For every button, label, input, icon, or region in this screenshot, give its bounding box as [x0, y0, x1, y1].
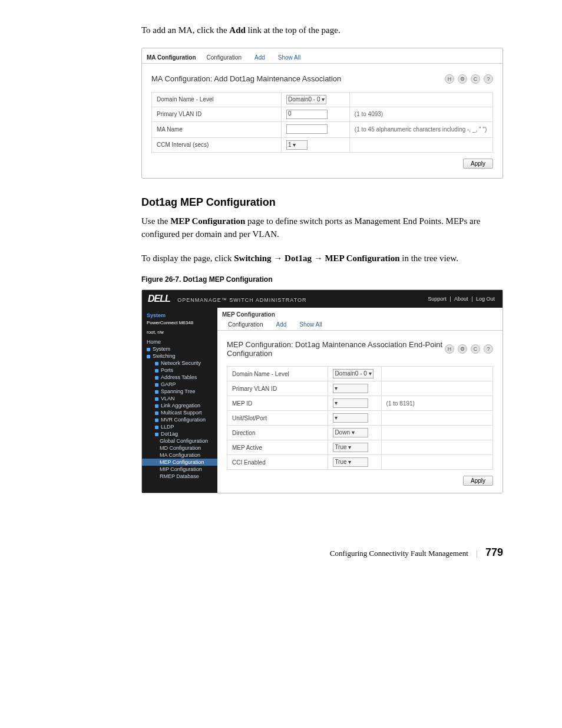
- sidebar-item[interactable]: Link Aggregation: [142, 402, 217, 409]
- save-icon[interactable]: H: [445, 344, 454, 354]
- sidebar-item[interactable]: Multicast Support: [142, 409, 217, 416]
- main-panel: MEP Configuration Configuration Add Show…: [217, 308, 503, 493]
- sidebar-item[interactable]: VLAN: [142, 395, 217, 402]
- tab-show-all[interactable]: Show All: [293, 319, 328, 330]
- app-header: DELL OPENMANAGE™ SWITCH ADMINISTRATOR Su…: [142, 290, 503, 308]
- help-icon[interactable]: ?: [484, 74, 493, 84]
- link-about[interactable]: About: [454, 296, 468, 302]
- table-row: Primary VLAN ID 0 (1 to 4093): [152, 107, 493, 121]
- field-hint: [381, 455, 492, 470]
- footer-text: Configuring Connectivity Fault Managemen…: [330, 549, 468, 558]
- section-heading: Dot1ag MEP Configuration: [141, 196, 503, 209]
- app-body: System PowerConnect M6348 root, r/w Home…: [142, 308, 503, 493]
- sidebar-item[interactable]: Global Configuration: [142, 437, 217, 444]
- main-panel-title: MEP Configuration: [222, 311, 498, 318]
- page-number: 779: [485, 546, 503, 558]
- sidebar-item[interactable]: Network Security: [142, 360, 217, 367]
- apply-button[interactable]: Apply: [463, 159, 493, 169]
- domain-level-select[interactable]: Domain0 - 0 ▾: [286, 95, 326, 104]
- field-label: MEP ID: [227, 396, 328, 411]
- sidebar-item[interactable]: Switching: [142, 353, 217, 360]
- field-select[interactable]: Domain0 - 0 ▾: [333, 369, 373, 378]
- panel-title: MA Configuration: [147, 54, 196, 63]
- sidebar-item[interactable]: Spanning Tree: [142, 388, 217, 395]
- field-select[interactable]: ▾: [333, 413, 368, 423]
- main-body: MEP Configuration: Dot1ag Maintenance As…: [217, 331, 503, 493]
- intro-paragraph: To add an MA, click the Add link at the …: [141, 24, 503, 37]
- panel-body: MA Configuration: Add Dot1ag Maintenance…: [142, 64, 503, 178]
- main-tab-bar: MEP Configuration Configuration Add Show…: [217, 308, 503, 331]
- screenshot-mep-config: DELL OPENMANAGE™ SWITCH ADMINISTRATOR Su…: [141, 289, 503, 493]
- refresh-icon[interactable]: C: [471, 344, 480, 354]
- table-row: DirectionDown ▾: [227, 426, 493, 440]
- table-row: Unit/Slot/Port▾: [227, 411, 493, 426]
- apply-button[interactable]: Apply: [463, 476, 493, 486]
- table-row: CCI EnabledTrue ▾: [227, 455, 493, 470]
- field-label: Primary VLAN ID: [152, 107, 282, 121]
- sidebar: System PowerConnect M6348 root, r/w Home…: [142, 308, 217, 493]
- ma-name-input[interactable]: [286, 124, 328, 134]
- sidebar-item[interactable]: RMEP Database: [142, 473, 217, 480]
- sidebar-item[interactable]: System: [142, 345, 217, 353]
- table-row: MA Name (1 to 45 alphanumeric characters…: [152, 121, 493, 137]
- section-p1: Use the MEP Configuration page to define…: [141, 215, 503, 241]
- table-row: Domain Name - LevelDomain0 - 0 ▾: [227, 367, 493, 381]
- sidebar-item[interactable]: GARP: [142, 381, 217, 388]
- field-select[interactable]: True ▾: [333, 457, 368, 467]
- toolbar-icons: H ⚙ C ?: [445, 344, 493, 354]
- tab-show-all[interactable]: Show All: [272, 52, 306, 63]
- dell-logo: DELL: [148, 294, 170, 304]
- panel-heading: MA Configuration: Add Dot1ag Maintenance…: [151, 74, 341, 83]
- sidebar-item[interactable]: Home: [142, 338, 217, 345]
- section-p2: To display the page, click Switching → D…: [141, 252, 503, 265]
- apply-row: Apply: [151, 159, 493, 169]
- table-row: Primary VLAN ID▾: [227, 381, 493, 396]
- sidebar-user: root, r/w: [142, 329, 217, 338]
- link-support[interactable]: Support: [428, 296, 447, 302]
- apply-row: Apply: [227, 476, 493, 486]
- save-icon[interactable]: H: [445, 74, 454, 84]
- tab-configuration[interactable]: Configuration: [222, 319, 269, 330]
- field-label: MEP Active: [227, 440, 328, 455]
- field-label: Unit/Slot/Port: [227, 411, 328, 426]
- link-logout[interactable]: Log Out: [476, 296, 495, 302]
- print-icon[interactable]: ⚙: [458, 344, 467, 354]
- footer-separator: |: [476, 549, 478, 558]
- tab-add[interactable]: Add: [270, 319, 292, 330]
- sidebar-system: System: [142, 311, 217, 319]
- field-select[interactable]: True ▾: [333, 443, 368, 452]
- sidebar-item[interactable]: MIP Configuration: [142, 466, 217, 473]
- field-hint: (1 to 8191): [381, 396, 492, 411]
- sidebar-item[interactable]: Ports: [142, 367, 217, 374]
- tab-add[interactable]: Add: [249, 52, 271, 63]
- panel-heading-row: MA Configuration: Add Dot1ag Maintenance…: [151, 74, 493, 84]
- field-select[interactable]: Down ▾: [333, 428, 368, 437]
- brand-block: DELL OPENMANAGE™ SWITCH ADMINISTRATOR: [148, 294, 306, 304]
- intro-prefix: To add an MA, click the: [141, 25, 229, 35]
- sidebar-tree: HomeSystemSwitchingNetwork SecurityPorts…: [142, 338, 217, 480]
- main-heading: MEP Configuration: Dot1ag Maintenance As…: [227, 340, 445, 358]
- field-select[interactable]: ▾: [333, 384, 368, 393]
- field-label: Domain Name - Level: [227, 367, 328, 381]
- table-row: Domain Name - Level Domain0 - 0 ▾: [152, 92, 493, 107]
- tab-configuration[interactable]: Configuration: [201, 52, 247, 63]
- field-label: Direction: [227, 426, 328, 440]
- help-icon[interactable]: ?: [484, 344, 493, 354]
- print-icon[interactable]: ⚙: [458, 74, 467, 84]
- sidebar-item[interactable]: MVR Configuration: [142, 416, 217, 423]
- sidebar-item[interactable]: MD Configuration: [142, 444, 217, 452]
- sidebar-item[interactable]: Address Tables: [142, 374, 217, 381]
- field-label: CCI Enabled: [227, 455, 328, 470]
- sidebar-item[interactable]: MA Configuration: [142, 452, 217, 459]
- form-table: Domain Name - Level Domain0 - 0 ▾ Primar…: [151, 92, 493, 153]
- sidebar-item[interactable]: MEP Configuration: [142, 459, 217, 466]
- intro-suffix: link at the top of the page.: [246, 25, 340, 35]
- field-hint: [381, 411, 492, 426]
- sidebar-item[interactable]: LLDP: [142, 423, 217, 430]
- field-select[interactable]: ▾: [333, 398, 368, 408]
- field-hint: (1 to 4093): [349, 107, 492, 121]
- ccm-interval-select[interactable]: 1 ▾: [286, 140, 308, 150]
- sidebar-item[interactable]: Dot1ag: [142, 430, 217, 437]
- refresh-icon[interactable]: C: [471, 74, 480, 84]
- primary-vlan-input[interactable]: 0: [286, 110, 328, 119]
